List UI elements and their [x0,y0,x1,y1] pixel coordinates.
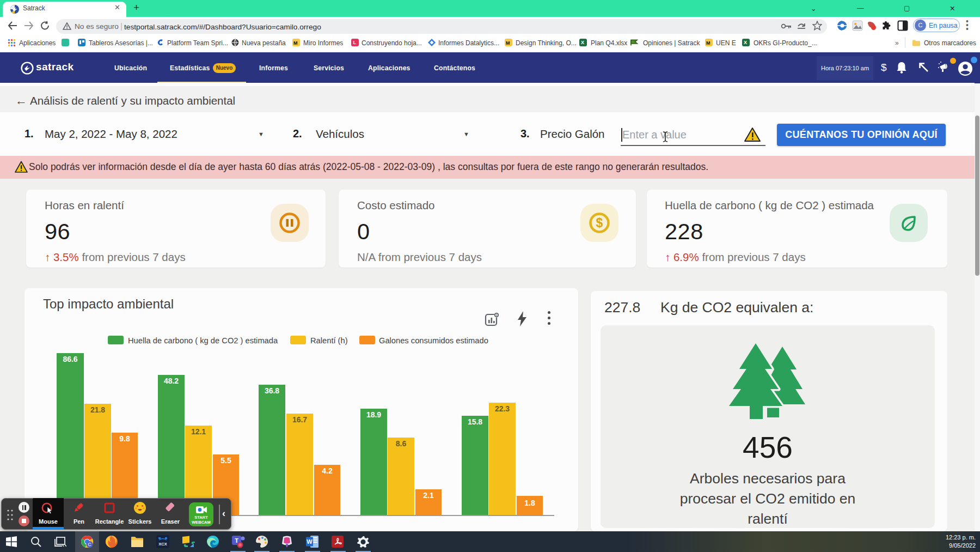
svg-text:W: W [307,538,313,545]
svg-text:T: T [235,537,238,544]
svg-text:XCX: XCX [158,542,167,547]
svg-text:C: C [88,542,91,547]
svg-text:$: $ [596,216,603,230]
